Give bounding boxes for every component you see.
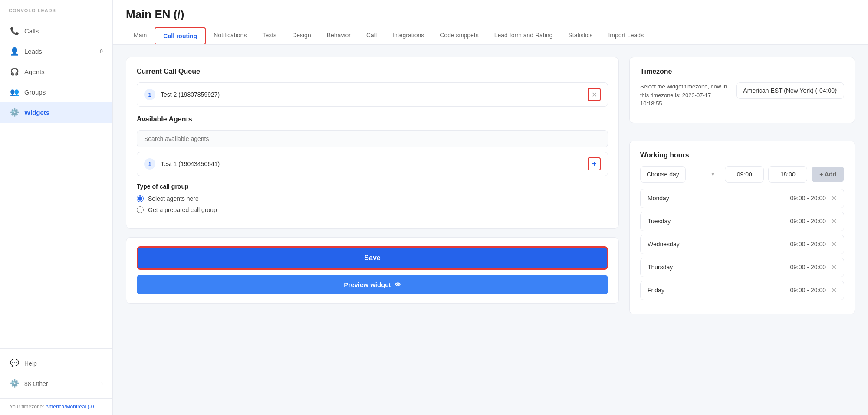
sidebar-label-widgets: Widgets	[24, 109, 49, 116]
groups-icon: 👥	[10, 88, 19, 97]
actions-card: Save Preview widget 👁	[126, 237, 619, 304]
sidebar-label-groups: Groups	[24, 88, 46, 96]
remove-queue-item-button[interactable]: ✕	[588, 88, 601, 101]
sidebar: CONVOLO LEADS 📞 Calls 👤 Leads 9 🎧 Agents…	[0, 0, 113, 415]
tab-main[interactable]: Main	[126, 27, 155, 44]
wh-time-right-2: 09:00 - 20:00 ✕	[790, 240, 837, 248]
available-agents-title: Available Agents	[137, 115, 608, 123]
leads-icon: 👤	[10, 47, 19, 56]
wh-row-1: Tuesday 09:00 - 20:00 ✕	[640, 212, 844, 231]
wh-hours-2: 09:00 - 20:00	[790, 241, 826, 248]
sidebar-item-calls[interactable]: 📞 Calls	[0, 21, 112, 41]
radio-prepared-group[interactable]: Get a prepared call group	[137, 206, 608, 213]
page-title: Main EN (/)	[126, 8, 855, 21]
other-chevron: ›	[101, 380, 103, 387]
sidebar-item-leads[interactable]: 👤 Leads 9	[0, 41, 112, 62]
preview-label: Preview widget	[344, 281, 391, 288]
sidebar-item-agents[interactable]: 🎧 Agents	[0, 62, 112, 82]
wh-row-3: Thursday 09:00 - 20:00 ✕	[640, 258, 844, 277]
sidebar-item-other[interactable]: ⚙️ 88 Other ›	[0, 373, 112, 394]
tab-lead-form[interactable]: Lead form and Rating	[487, 27, 561, 44]
agent-item-label: Test 1 (19043450641)	[161, 160, 588, 167]
day-select[interactable]: Choose day Monday Tuesday Wednesday Thur…	[640, 166, 686, 183]
wh-time-right-0: 09:00 - 20:00 ✕	[790, 194, 837, 203]
timezone-select[interactable]: American EST (New York) (-04:00) America…	[736, 82, 844, 99]
sidebar-footer: Your timezone: America/Montreal (-0...	[0, 398, 112, 415]
wh-day-3: Thursday	[648, 264, 673, 271]
content-area: Current Call Queue 1 Test 2 (19807859927…	[113, 45, 868, 415]
right-panel: Timezone Select the widget timezone, now…	[629, 57, 855, 403]
timezone-card: Timezone Select the widget timezone, now…	[629, 57, 855, 123]
wh-day-0: Monday	[648, 195, 669, 202]
radio-prepared-group-input[interactable]	[137, 206, 144, 213]
call-queue-card: Current Call Queue 1 Test 2 (19807859927…	[126, 57, 619, 229]
leads-count-badge: 9	[100, 49, 103, 55]
radio-select-agents-input[interactable]	[137, 195, 144, 202]
help-icon: 💬	[10, 359, 19, 368]
working-hours-card: Working hours Choose day Monday Tuesday …	[629, 141, 855, 314]
working-hours-title: Working hours	[640, 151, 844, 159]
tabs-bar: Main Call routing Notifications Texts De…	[126, 27, 855, 44]
tab-call-routing[interactable]: Call routing	[155, 27, 206, 44]
agent-item-0: 1 Test 1 (19043450641) +	[137, 152, 608, 176]
wh-time-right-3: 09:00 - 20:00 ✕	[790, 263, 837, 271]
wh-remove-1[interactable]: ✕	[831, 217, 837, 225]
sidebar-item-groups[interactable]: 👥 Groups	[0, 82, 112, 102]
preview-widget-button[interactable]: Preview widget 👁	[137, 275, 608, 294]
radio-prepared-group-label: Get a prepared call group	[148, 206, 217, 213]
wh-hours-0: 09:00 - 20:00	[790, 195, 826, 202]
wh-hours-3: 09:00 - 20:00	[790, 264, 826, 271]
tab-statistics[interactable]: Statistics	[560, 27, 600, 44]
wh-remove-4[interactable]: ✕	[831, 286, 837, 294]
wh-hours-1: 09:00 - 20:00	[790, 218, 826, 225]
calls-icon: 📞	[10, 26, 19, 36]
call-queue-item-0: 1 Test 2 (19807859927) ✕	[137, 82, 608, 107]
tab-import-leads[interactable]: Import Leads	[600, 27, 651, 44]
wh-day-4: Friday	[648, 287, 664, 294]
start-time-input[interactable]	[725, 166, 764, 183]
sidebar-item-widgets[interactable]: ⚙️ Widgets	[0, 102, 112, 123]
tab-code-snippets[interactable]: Code snippets	[432, 27, 487, 44]
footer-text: Your timezone:	[10, 404, 44, 410]
sidebar-label-other: 88 Other	[24, 380, 48, 387]
sidebar-nav: 📞 Calls 👤 Leads 9 🎧 Agents 👥 Groups ⚙️ W…	[0, 21, 112, 348]
left-panel: Current Call Queue 1 Test 2 (19807859927…	[126, 57, 619, 403]
wh-row-4: Friday 09:00 - 20:00 ✕	[640, 281, 844, 300]
wh-remove-0[interactable]: ✕	[831, 194, 837, 203]
tab-behavior[interactable]: Behavior	[319, 27, 358, 44]
tab-integrations[interactable]: Integrations	[385, 27, 432, 44]
sidebar-bottom: 💬 Help ⚙️ 88 Other ›	[0, 348, 112, 398]
main-content: Main EN (/) Main Call routing Notificati…	[113, 0, 868, 415]
queue-item-label: Test 2 (19807859927)	[161, 91, 588, 98]
timezone-title: Timezone	[640, 68, 844, 75]
radio-select-agents-label: Select agents here	[148, 195, 199, 202]
sidebar-item-help[interactable]: 💬 Help	[0, 353, 112, 373]
call-group-title: Type of call group	[137, 183, 608, 190]
wh-hours-4: 09:00 - 20:00	[790, 287, 826, 294]
call-queue-title: Current Call Queue	[137, 68, 608, 75]
wh-remove-2[interactable]: ✕	[831, 240, 837, 248]
tab-texts[interactable]: Texts	[254, 27, 284, 44]
tab-design[interactable]: Design	[284, 27, 319, 44]
wh-time-right-1: 09:00 - 20:00 ✕	[790, 217, 837, 225]
tab-notifications[interactable]: Notifications	[206, 27, 254, 44]
sidebar-label-agents: Agents	[24, 68, 45, 75]
radio-select-agents[interactable]: Select agents here	[137, 195, 608, 202]
preview-eye-icon: 👁	[395, 281, 401, 288]
wh-time-right-4: 09:00 - 20:00 ✕	[790, 286, 837, 294]
add-agent-button[interactable]: +	[588, 157, 601, 170]
wh-remove-3[interactable]: ✕	[831, 263, 837, 271]
day-select-wrapper: Choose day Monday Tuesday Wednesday Thur…	[640, 166, 720, 183]
tab-call[interactable]: Call	[358, 27, 385, 44]
footer-link[interactable]: America/Montreal (-0...	[45, 404, 98, 410]
call-group-section: Type of call group Select agents here Ge…	[137, 183, 608, 213]
add-hours-button[interactable]: + Add	[812, 167, 844, 182]
end-time-input[interactable]	[768, 166, 807, 183]
search-agents-input[interactable]	[137, 130, 608, 147]
queue-item-number: 1	[144, 89, 155, 100]
agents-icon: 🎧	[10, 67, 19, 76]
sidebar-label-calls: Calls	[24, 27, 39, 35]
save-button[interactable]: Save	[137, 246, 608, 270]
add-hours-row: Choose day Monday Tuesday Wednesday Thur…	[640, 166, 844, 183]
wh-day-1: Tuesday	[648, 218, 671, 225]
